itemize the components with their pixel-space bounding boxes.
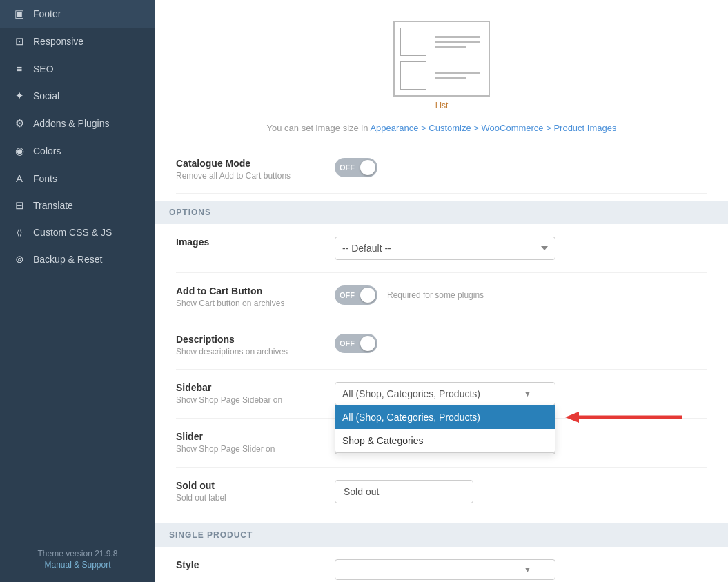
sidebar-item-label: Footer: [33, 8, 61, 19]
addons-icon: ⚙: [12, 117, 26, 130]
social-icon: ✦: [12, 90, 26, 102]
add-to-cart-sublabel: Show Cart button on archives: [176, 299, 335, 308]
layout-label: List: [435, 101, 449, 110]
image-size-info: You can set image size in Appearance > C…: [176, 123, 707, 133]
css-js-icon: ⟨⟩: [12, 228, 26, 237]
sidebar-option-all-label: All (Shop, Categories, Products): [342, 412, 480, 423]
images-label: Images: [176, 237, 335, 248]
sidebar-option-shop-categories[interactable]: Shop & Categories: [335, 429, 555, 452]
sidebar: ▣ Footer ⊡ Responsive ≡ SEO ✦ Social ⚙ A…: [0, 0, 155, 582]
descriptions-label: Descriptions: [176, 334, 335, 345]
sidebar-setting-row: Sidebar Show Shop Page Sidebar on All (S…: [176, 370, 707, 419]
sidebar-item-colors[interactable]: ◉ Colors: [0, 137, 155, 165]
sold-out-input[interactable]: [335, 480, 473, 503]
layout-line: [435, 72, 480, 74]
catalogue-mode-toggle[interactable]: OFF: [335, 158, 377, 177]
layout-row-bottom: [400, 61, 483, 90]
single-product-header-label: SINGLE PRODUCT: [169, 530, 253, 540]
sidebar-item-label: Responsive: [33, 36, 83, 47]
catalogue-mode-toggle-knob: [360, 160, 375, 175]
add-to-cart-control: OFF Required for some plugins: [335, 285, 707, 305]
sidebar-footer: Theme version 21.9.8 Manual & Support: [0, 536, 155, 582]
sold-out-row: Sold out Sold out label: [176, 468, 707, 516]
content-area: List You can set image size in Appearanc…: [155, 0, 728, 582]
red-arrow-container: [565, 410, 682, 424]
sidebar-dropdown-wrapper: All (Shop, Categories, Products) ▼ All (…: [335, 382, 555, 405]
sidebar-item-label: Fonts: [33, 173, 57, 184]
sidebar-option-shop-categories-label: Shop & Categories: [342, 435, 424, 446]
responsive-icon: ⊡: [12, 35, 26, 48]
descriptions-label-col: Descriptions Show descriptions on archiv…: [176, 334, 335, 357]
add-to-cart-toggle-label: OFF: [340, 291, 355, 299]
style-control: ▼: [335, 559, 707, 580]
layout-text-lines-2: [432, 61, 483, 90]
chevron-down-icon: ▼: [524, 390, 531, 398]
translate-icon: ⊟: [12, 199, 26, 212]
appearance-link[interactable]: Appearance > Customize > WooCommerce > P…: [370, 123, 616, 133]
sidebar-item-footer[interactable]: ▣ Footer: [0, 0, 155, 28]
images-select[interactable]: -- Default --: [335, 237, 555, 260]
red-arrow-svg: [565, 410, 682, 424]
style-dropdown-wrapper: ▼: [335, 559, 555, 580]
add-to-cart-toggle[interactable]: OFF: [335, 285, 377, 305]
sidebar-option-all[interactable]: All (Shop, Categories, Products): [335, 405, 555, 429]
sidebar-item-responsive[interactable]: ⊡ Responsive: [0, 28, 155, 55]
layout-text-lines: [432, 28, 483, 56]
manual-support-link[interactable]: Manual & Support: [12, 560, 143, 570]
layout-line-short: [435, 77, 466, 79]
sidebar-item-label: Backup & Reset: [33, 254, 102, 265]
options-header: OPTIONS: [155, 201, 728, 224]
catalogue-mode-sublabel: Remove all Add to Cart buttons: [176, 171, 335, 181]
slider-label: Slider: [176, 431, 335, 442]
sidebar-item-seo[interactable]: ≡ SEO: [0, 55, 155, 82]
style-label: Style: [176, 559, 335, 570]
catalogue-mode-row: Catalogue Mode Remove all Add to Cart bu…: [176, 146, 707, 194]
main-content: List You can set image size in Appearanc…: [155, 0, 728, 582]
sidebar-dropdown-selected[interactable]: All (Shop, Categories, Products) ▼: [335, 382, 555, 405]
images-label-col: Images: [176, 237, 335, 248]
sidebar-item-translate[interactable]: ⊟ Translate: [0, 192, 155, 219]
layout-line: [435, 41, 480, 43]
sidebar-label: Sidebar: [176, 382, 335, 393]
sidebar-item-label: Colors: [33, 146, 61, 157]
layout-line-short: [435, 46, 466, 48]
svg-marker-1: [565, 412, 579, 423]
images-row: Images -- Default --: [176, 224, 707, 273]
sidebar-item-addons-plugins[interactable]: ⚙ Addons & Plugins: [0, 110, 155, 137]
add-to-cart-label: Add to Cart Button: [176, 285, 335, 297]
sidebar-item-backup-reset[interactable]: ⊚ Backup & Reset: [0, 245, 155, 273]
descriptions-control: OFF: [335, 334, 707, 353]
style-row: Style ▼: [176, 547, 707, 582]
descriptions-toggle[interactable]: OFF: [335, 334, 377, 353]
theme-version: Theme version 21.9.8: [37, 549, 117, 559]
sidebar-item-label: SEO: [33, 63, 54, 74]
descriptions-toggle-knob: [360, 336, 375, 351]
layout-row-top: [400, 28, 483, 56]
sidebar-item-custom-css-js[interactable]: ⟨⟩ Custom CSS & JS: [0, 219, 155, 245]
layout-box: [393, 21, 490, 97]
descriptions-sublabel: Show descriptions on archives: [176, 347, 335, 357]
sold-out-label: Sold out: [176, 480, 335, 491]
sidebar-item-label: Custom CSS & JS: [33, 227, 112, 238]
sidebar-item-label: Addons & Plugins: [33, 118, 110, 129]
catalogue-mode-label-col: Catalogue Mode Remove all Add to Cart bu…: [176, 158, 335, 181]
sidebar-dropdown-list: All (Shop, Categories, Products) Shop & …: [335, 405, 555, 453]
images-control: -- Default --: [335, 237, 707, 260]
sidebar-dropdown-value: All (Shop, Categories, Products): [342, 388, 480, 399]
sidebar-item-fonts[interactable]: A Fonts: [0, 165, 155, 192]
style-label-col: Style: [176, 559, 335, 570]
style-dropdown-selected[interactable]: ▼: [335, 559, 555, 580]
sold-out-control: [335, 480, 707, 503]
fonts-icon: A: [12, 172, 26, 184]
descriptions-toggle-label: OFF: [340, 339, 355, 348]
layout-image-placeholder-2: [400, 61, 426, 90]
backup-icon: ⊚: [12, 253, 26, 265]
options-header-label: OPTIONS: [169, 208, 211, 217]
catalogue-mode-control: OFF: [335, 158, 707, 177]
sidebar-item-social[interactable]: ✦ Social: [0, 82, 155, 110]
chevron-down-icon-3: ▼: [524, 565, 531, 574]
add-to-cart-label-col: Add to Cart Button Show Cart button on a…: [176, 285, 335, 308]
footer-icon: ▣: [12, 8, 26, 20]
single-product-header: SINGLE PRODUCT: [155, 523, 728, 547]
sidebar-item-label: Translate: [33, 200, 73, 211]
